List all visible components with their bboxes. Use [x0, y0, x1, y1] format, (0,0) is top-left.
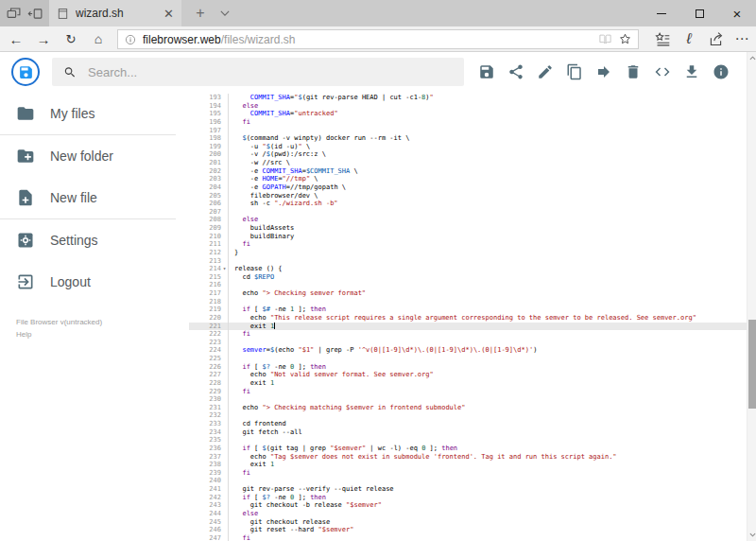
- code-line[interactable]: 215 cd $REPO: [189, 273, 747, 282]
- sidebar-item-settings[interactable]: Settings: [0, 219, 189, 261]
- new-tab-button[interactable]: +: [188, 0, 213, 26]
- code-line[interactable]: 202 -e COMMIT_SHA=$COMMIT_SHA \: [189, 167, 747, 176]
- minimize-button[interactable]: [643, 0, 680, 26]
- download-button[interactable]: [683, 63, 700, 80]
- code-line[interactable]: 235: [189, 436, 747, 445]
- code-line[interactable]: 213: [189, 257, 747, 266]
- code-line[interactable]: 209 buildAssets: [189, 224, 747, 233]
- search-box[interactable]: [52, 58, 464, 86]
- code-line[interactable]: 195 COMMIT_SHA="untracked": [189, 110, 747, 118]
- code-line[interactable]: 218: [189, 298, 747, 306]
- sidebar-item-new-file[interactable]: New file: [0, 177, 189, 218]
- code-line[interactable]: 210 buildBinary: [189, 233, 747, 241]
- code-line[interactable]: 238 exit 1: [189, 461, 747, 469]
- code-line[interactable]: 194 else: [189, 102, 747, 111]
- sidebar-item-logout[interactable]: Logout: [0, 261, 189, 303]
- code-line[interactable]: 233 cd frontend: [189, 420, 747, 428]
- code-line[interactable]: 211 fi: [189, 240, 747, 249]
- code-line[interactable]: 224 semver=$(echo "$1" | grep -P '^v(0|[…: [189, 346, 747, 355]
- code-line[interactable]: 227 echo "Not valid semver format. See s…: [189, 371, 747, 379]
- code-line[interactable]: 200 -v /$(pwd):/src:z \: [189, 150, 747, 159]
- code-line[interactable]: 234 git fetch --all: [189, 428, 747, 437]
- tab-preview-icon[interactable]: [6, 6, 22, 22]
- code-line[interactable]: 246 git reset --hard "$semver": [189, 526, 747, 534]
- code-line[interactable]: 199 -u "$(id -u)" \: [189, 143, 747, 151]
- code-line[interactable]: 236 if [ $(git tag | grep "$semver" | wc…: [189, 445, 747, 453]
- code-line[interactable]: 208 else: [189, 216, 747, 224]
- code-line[interactable]: 214▾release () {: [189, 265, 747, 273]
- code-line[interactable]: 203 -e HOME="//tmp" \: [189, 175, 747, 183]
- code-line[interactable]: 222 fi: [189, 330, 747, 339]
- code-line[interactable]: 212}: [189, 249, 747, 257]
- code-line[interactable]: 237 echo "Tag $semver does not exist in …: [189, 453, 747, 462]
- code-line[interactable]: 232: [189, 411, 747, 420]
- move-button[interactable]: [595, 63, 612, 80]
- scroll-down-icon[interactable]: [747, 529, 756, 541]
- code-button[interactable]: [654, 63, 671, 80]
- browser-menu-button[interactable]: ⋯: [730, 26, 754, 51]
- code-line[interactable]: 223: [189, 339, 747, 347]
- address-bar[interactable]: filebrowser.web/files/wizard.sh: [117, 29, 639, 49]
- code-line[interactable]: 205 filebrowser/dev \: [189, 192, 747, 201]
- code-line[interactable]: 240: [189, 477, 747, 485]
- set-tabs-aside-icon[interactable]: [27, 6, 43, 22]
- favorite-star-icon[interactable]: [618, 32, 632, 46]
- code-line[interactable]: 243 git checkout -b release "$semver": [189, 501, 747, 510]
- edit-button[interactable]: [537, 63, 554, 80]
- site-info-icon[interactable]: [124, 33, 137, 46]
- code-line[interactable]: 216: [189, 281, 747, 289]
- code-line[interactable]: 230: [189, 395, 747, 404]
- scrollbar-thumb[interactable]: [748, 320, 756, 409]
- code-line[interactable]: 226 if [ $? -ne 0 ]; then: [189, 363, 747, 372]
- filebrowser-logo[interactable]: [11, 58, 40, 86]
- code-line[interactable]: 220 echo "This release script requires a…: [189, 314, 747, 323]
- code-line[interactable]: 197: [189, 127, 747, 135]
- help-link[interactable]: Help: [16, 328, 102, 340]
- code-line[interactable]: 201 -w //src \: [189, 159, 747, 167]
- web-note-button[interactable]: ℓ: [677, 26, 701, 51]
- code-line[interactable]: 245 git checkout release: [189, 518, 747, 527]
- close-button[interactable]: ×: [718, 0, 756, 26]
- code-line[interactable]: 229 fi: [189, 388, 747, 396]
- code-line[interactable]: 207: [189, 208, 747, 217]
- delete-button[interactable]: [625, 63, 642, 80]
- browser-tab[interactable]: wizard.sh ✕: [49, 0, 181, 26]
- code-line[interactable]: 217 echo "> Checking semver format": [189, 289, 747, 298]
- code-line[interactable]: 196 fi: [189, 118, 747, 127]
- scroll-up-icon[interactable]: [747, 52, 756, 64]
- fold-marker-icon[interactable]: ▾: [221, 265, 229, 273]
- page-scrollbar[interactable]: [747, 52, 756, 541]
- code-line[interactable]: 242 if [ $? -ne 0 ]; then: [189, 494, 747, 502]
- info-button[interactable]: [713, 63, 730, 80]
- sidebar-item-my-files[interactable]: My files: [0, 93, 189, 134]
- sidebar-item-new-folder[interactable]: New folder: [0, 135, 189, 177]
- reading-view-icon[interactable]: [598, 33, 612, 45]
- code-line[interactable]: 241 git rev-parse --verify --quiet relea…: [189, 485, 747, 494]
- code-line[interactable]: 231 echo "> Checking matching $semver in…: [189, 404, 747, 412]
- code-line[interactable]: 198 $(command -v winpty) docker run --rm…: [189, 134, 747, 143]
- copy-button[interactable]: [566, 63, 583, 80]
- code-line[interactable]: 239 fi: [189, 469, 747, 478]
- hub-favorites-button[interactable]: [650, 26, 675, 51]
- share-page-button[interactable]: [703, 26, 728, 51]
- tab-close-icon[interactable]: ✕: [163, 8, 174, 20]
- share-button[interactable]: [507, 63, 524, 80]
- forward-button[interactable]: →: [31, 26, 56, 51]
- search-input[interactable]: [86, 64, 453, 80]
- code-line[interactable]: 244 else: [189, 510, 747, 518]
- home-button[interactable]: ⌂: [86, 26, 111, 51]
- code-line[interactable]: 206 sh -c "./wizard.sh -b": [189, 200, 747, 208]
- code-line[interactable]: 225: [189, 355, 747, 363]
- save-button[interactable]: [478, 63, 495, 80]
- tab-preview-chevron-icon[interactable]: [214, 0, 236, 26]
- code-line[interactable]: 193 COMMIT_SHA="$(git rev-parse HEAD | c…: [189, 94, 747, 102]
- maximize-button[interactable]: [680, 0, 718, 26]
- code-line[interactable]: 247 fi: [189, 534, 747, 541]
- refresh-button[interactable]: ↻: [59, 26, 83, 51]
- back-button[interactable]: ←: [4, 26, 28, 51]
- code-line[interactable]: 219 if [ $# -ne 1 ]; then: [189, 305, 747, 314]
- code-editor[interactable]: 193 COMMIT_SHA="$(git rev-parse HEAD | c…: [189, 92, 747, 541]
- code-line[interactable]: 228 exit 1: [189, 379, 747, 388]
- code-line[interactable]: 221 exit 1: [189, 323, 747, 331]
- code-line[interactable]: 204 -e GOPATH=//tmp/gopath \: [189, 183, 747, 192]
